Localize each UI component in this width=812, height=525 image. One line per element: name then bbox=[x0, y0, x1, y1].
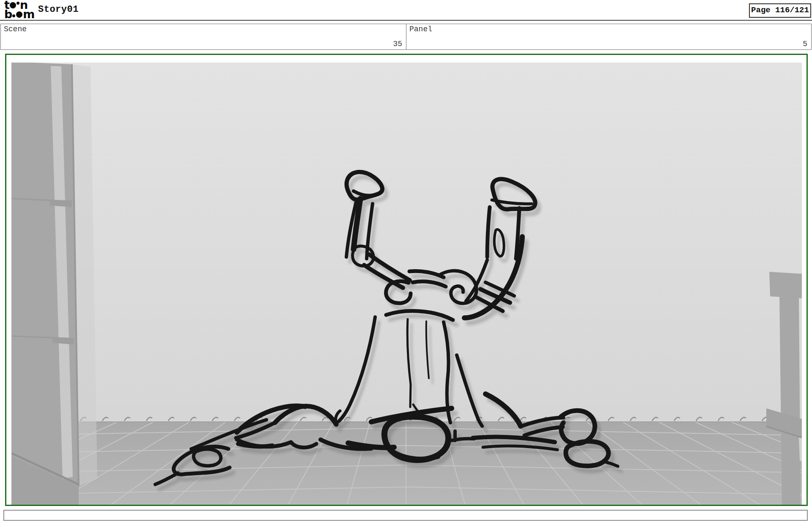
logo-letter: b bbox=[4, 10, 12, 19]
page-number-box: Page 116/121 bbox=[749, 3, 811, 18]
logo-letter: m bbox=[23, 10, 34, 19]
storyboard-page: tn bm Story01 Page 116/121 Scene 35 Pane… bbox=[0, 0, 812, 525]
bookshelf-prop bbox=[11, 63, 97, 506]
wall bbox=[11, 63, 802, 422]
storyboard-frame bbox=[5, 54, 808, 506]
panel-canvas[interactable] bbox=[11, 63, 802, 506]
panel-label: Panel bbox=[409, 25, 432, 33]
info-row: Scene 35 Panel 5 bbox=[0, 24, 812, 50]
header-bar: tn bm Story01 Page 116/121 bbox=[0, 0, 812, 21]
scene-value: 35 bbox=[393, 40, 402, 48]
project-title: Story01 bbox=[38, 4, 79, 15]
logo-dot-icon bbox=[16, 11, 22, 18]
scene-field: Scene 35 bbox=[1, 24, 406, 49]
logo-dot-icon bbox=[16, 2, 19, 5]
scene-label: Scene bbox=[4, 25, 27, 33]
panel-value: 5 bbox=[803, 40, 807, 48]
logo-dot-icon bbox=[12, 14, 15, 17]
panel-field: Panel 5 bbox=[406, 24, 811, 49]
toonboom-logo: tn bm bbox=[4, 0, 36, 19]
caption-box bbox=[3, 510, 808, 521]
